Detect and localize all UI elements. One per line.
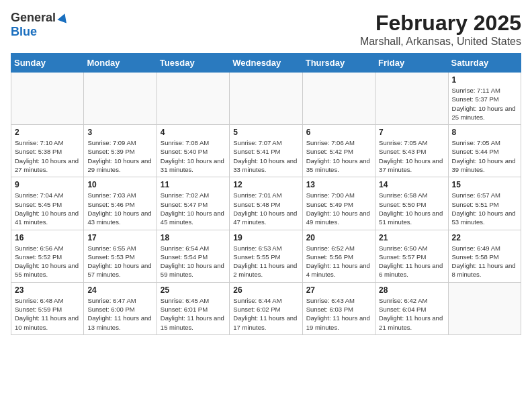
calendar-day-cell: 27Sunrise: 6:43 AM Sunset: 6:03 PM Dayli… <box>302 282 375 334</box>
calendar-week-row: 2Sunrise: 7:10 AM Sunset: 5:38 PM Daylig… <box>11 125 521 177</box>
day-number: 17 <box>87 233 152 242</box>
day-info: Sunrise: 6:45 AM Sunset: 6:01 PM Dayligh… <box>161 296 226 332</box>
calendar-day-cell: 20Sunrise: 6:52 AM Sunset: 5:56 PM Dayli… <box>302 230 375 282</box>
calendar-day-cell: 4Sunrise: 7:08 AM Sunset: 5:40 PM Daylig… <box>157 125 229 177</box>
day-info: Sunrise: 7:02 AM Sunset: 5:47 PM Dayligh… <box>161 191 226 226</box>
day-info: Sunrise: 7:11 AM Sunset: 5:37 PM Dayligh… <box>452 86 517 122</box>
calendar-day-cell: 19Sunrise: 6:53 AM Sunset: 5:55 PM Dayli… <box>230 230 302 282</box>
calendar-day-cell <box>448 282 521 334</box>
calendar-day-cell <box>375 73 448 125</box>
day-number: 13 <box>306 180 371 189</box>
day-of-week-header: Saturday <box>448 54 521 73</box>
calendar-day-cell: 9Sunrise: 7:04 AM Sunset: 5:45 PM Daylig… <box>11 177 84 230</box>
day-info: Sunrise: 7:06 AM Sunset: 5:42 PM Dayligh… <box>306 138 371 174</box>
day-info: Sunrise: 7:05 AM Sunset: 5:44 PM Dayligh… <box>452 138 517 174</box>
calendar-day-cell: 16Sunrise: 6:56 AM Sunset: 5:52 PM Dayli… <box>11 230 84 282</box>
day-info: Sunrise: 6:58 AM Sunset: 5:50 PM Dayligh… <box>379 191 444 226</box>
day-info: Sunrise: 7:03 AM Sunset: 5:46 PM Dayligh… <box>87 191 152 226</box>
calendar-day-cell: 5Sunrise: 7:07 AM Sunset: 5:41 PM Daylig… <box>230 125 302 177</box>
day-info: Sunrise: 6:50 AM Sunset: 5:57 PM Dayligh… <box>379 244 444 279</box>
calendar-day-cell: 6Sunrise: 7:06 AM Sunset: 5:42 PM Daylig… <box>302 125 375 177</box>
calendar-day-cell: 28Sunrise: 6:42 AM Sunset: 6:04 PM Dayli… <box>375 282 448 334</box>
day-of-week-header: Wednesday <box>230 54 302 73</box>
calendar-day-cell: 2Sunrise: 7:10 AM Sunset: 5:38 PM Daylig… <box>11 125 84 177</box>
calendar-day-cell <box>11 73 84 125</box>
day-number: 5 <box>233 128 298 137</box>
day-info: Sunrise: 6:52 AM Sunset: 5:56 PM Dayligh… <box>306 244 371 279</box>
calendar-day-cell: 18Sunrise: 6:54 AM Sunset: 5:54 PM Dayli… <box>157 230 229 282</box>
day-number: 15 <box>452 180 517 189</box>
svg-marker-0 <box>57 12 69 24</box>
calendar-day-cell: 13Sunrise: 7:00 AM Sunset: 5:49 PM Dayli… <box>302 177 375 230</box>
calendar-week-row: 23Sunrise: 6:48 AM Sunset: 5:59 PM Dayli… <box>11 282 521 334</box>
day-number: 20 <box>306 233 371 242</box>
calendar-day-cell: 7Sunrise: 7:05 AM Sunset: 5:43 PM Daylig… <box>375 125 448 177</box>
day-number: 18 <box>161 233 226 242</box>
calendar-day-cell: 1Sunrise: 7:11 AM Sunset: 5:37 PM Daylig… <box>448 73 521 125</box>
calendar-week-row: 16Sunrise: 6:56 AM Sunset: 5:52 PM Dayli… <box>11 230 521 282</box>
day-number: 21 <box>379 233 444 242</box>
day-info: Sunrise: 6:56 AM Sunset: 5:52 PM Dayligh… <box>15 244 80 279</box>
day-number: 2 <box>15 128 80 137</box>
calendar-day-cell <box>84 73 157 125</box>
day-number: 14 <box>379 180 444 189</box>
day-number: 16 <box>15 233 80 242</box>
calendar-day-cell: 22Sunrise: 6:49 AM Sunset: 5:58 PM Dayli… <box>448 230 521 282</box>
page-header: General Blue February 2025 Marshall, Ark… <box>11 11 521 48</box>
day-number: 3 <box>87 128 152 137</box>
calendar-header-row: SundayMondayTuesdayWednesdayThursdayFrid… <box>11 54 521 73</box>
calendar-day-cell: 10Sunrise: 7:03 AM Sunset: 5:46 PM Dayli… <box>84 177 157 230</box>
day-number: 4 <box>161 128 226 137</box>
day-info: Sunrise: 7:04 AM Sunset: 5:45 PM Dayligh… <box>15 191 80 226</box>
calendar-day-cell <box>230 73 302 125</box>
logo-blue: Blue <box>11 25 37 39</box>
calendar-day-cell <box>302 73 375 125</box>
calendar-day-cell: 17Sunrise: 6:55 AM Sunset: 5:53 PM Dayli… <box>84 230 157 282</box>
day-number: 1 <box>452 75 517 85</box>
day-number: 8 <box>452 128 517 137</box>
day-number: 25 <box>161 285 226 295</box>
day-info: Sunrise: 6:53 AM Sunset: 5:55 PM Dayligh… <box>233 244 298 279</box>
day-info: Sunrise: 7:10 AM Sunset: 5:38 PM Dayligh… <box>15 138 80 174</box>
day-number: 6 <box>306 128 371 137</box>
calendar-day-cell: 3Sunrise: 7:09 AM Sunset: 5:39 PM Daylig… <box>84 125 157 177</box>
day-info: Sunrise: 6:55 AM Sunset: 5:53 PM Dayligh… <box>87 244 152 279</box>
title-block: February 2025 Marshall, Arkansas, United… <box>360 11 521 48</box>
calendar-day-cell: 11Sunrise: 7:02 AM Sunset: 5:47 PM Dayli… <box>157 177 229 230</box>
day-info: Sunrise: 7:00 AM Sunset: 5:49 PM Dayligh… <box>306 191 371 226</box>
day-info: Sunrise: 6:57 AM Sunset: 5:51 PM Dayligh… <box>452 191 517 226</box>
day-info: Sunrise: 7:07 AM Sunset: 5:41 PM Dayligh… <box>233 138 298 174</box>
calendar-day-cell: 25Sunrise: 6:45 AM Sunset: 6:01 PM Dayli… <box>157 282 229 334</box>
day-info: Sunrise: 6:44 AM Sunset: 6:02 PM Dayligh… <box>233 296 298 332</box>
logo-icon <box>57 12 69 24</box>
calendar-day-cell: 26Sunrise: 6:44 AM Sunset: 6:02 PM Dayli… <box>230 282 302 334</box>
day-info: Sunrise: 6:43 AM Sunset: 6:03 PM Dayligh… <box>306 296 371 332</box>
day-number: 12 <box>233 180 298 189</box>
calendar-day-cell <box>157 73 229 125</box>
logo-general: General <box>11 11 56 25</box>
calendar-day-cell: 23Sunrise: 6:48 AM Sunset: 5:59 PM Dayli… <box>11 282 84 334</box>
day-info: Sunrise: 6:47 AM Sunset: 6:00 PM Dayligh… <box>87 296 152 332</box>
day-number: 28 <box>379 285 444 295</box>
day-number: 26 <box>233 285 298 295</box>
calendar-day-cell: 12Sunrise: 7:01 AM Sunset: 5:48 PM Dayli… <box>230 177 302 230</box>
day-number: 9 <box>15 180 80 189</box>
day-number: 22 <box>452 233 517 242</box>
day-of-week-header: Tuesday <box>157 54 229 73</box>
calendar-day-cell: 24Sunrise: 6:47 AM Sunset: 6:00 PM Dayli… <box>84 282 157 334</box>
day-info: Sunrise: 7:09 AM Sunset: 5:39 PM Dayligh… <box>87 138 152 174</box>
calendar-title: February 2025 <box>360 11 521 36</box>
calendar-week-row: 1Sunrise: 7:11 AM Sunset: 5:37 PM Daylig… <box>11 73 521 125</box>
day-number: 19 <box>233 233 298 242</box>
day-number: 27 <box>306 285 371 295</box>
day-info: Sunrise: 6:48 AM Sunset: 5:59 PM Dayligh… <box>15 296 80 332</box>
logo: General Blue <box>11 11 69 39</box>
calendar-day-cell: 21Sunrise: 6:50 AM Sunset: 5:57 PM Dayli… <box>375 230 448 282</box>
calendar-week-row: 9Sunrise: 7:04 AM Sunset: 5:45 PM Daylig… <box>11 177 521 230</box>
day-info: Sunrise: 7:01 AM Sunset: 5:48 PM Dayligh… <box>233 191 298 226</box>
day-info: Sunrise: 6:54 AM Sunset: 5:54 PM Dayligh… <box>161 244 226 279</box>
day-number: 7 <box>379 128 444 137</box>
day-info: Sunrise: 6:42 AM Sunset: 6:04 PM Dayligh… <box>379 296 444 332</box>
calendar-subtitle: Marshall, Arkansas, United States <box>360 36 521 48</box>
calendar-table: SundayMondayTuesdayWednesdayThursdayFrid… <box>11 53 521 335</box>
